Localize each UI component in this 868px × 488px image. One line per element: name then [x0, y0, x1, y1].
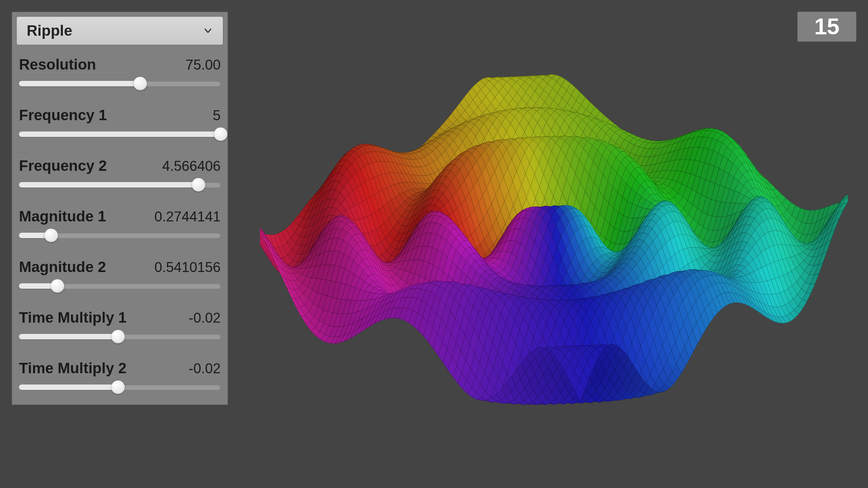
slider-value: 4.566406: [162, 158, 221, 174]
slider-frequency-1: Frequency 15: [19, 107, 221, 141]
slider-label: Magnitude 2: [19, 258, 106, 276]
slider-fill: [19, 131, 221, 137]
slider-thumb[interactable]: [51, 279, 64, 293]
dropdown-selected-label: Ripple: [27, 22, 72, 39]
slider-header: Resolution75.00: [19, 56, 221, 73]
control-panel: Ripple Resolution75.00Frequency 15Freque…: [12, 12, 228, 405]
slider-header: Time Multiply 2-0.02: [19, 360, 221, 377]
slider-header: Frequency 24.566406: [19, 157, 221, 174]
slider-label: Time Multiply 2: [19, 360, 127, 377]
slider-track[interactable]: [19, 127, 221, 141]
slider-header: Time Multiply 1-0.02: [19, 309, 221, 326]
slider-time-multiply-1: Time Multiply 1-0.02: [19, 309, 221, 343]
slider-value: -0.02: [189, 310, 221, 326]
slider-value: 0.5410156: [154, 259, 221, 276]
slider-value: 75.00: [185, 57, 221, 73]
slider-fill: [19, 334, 118, 339]
slider-thumb[interactable]: [111, 330, 125, 343]
ripple-surface: [260, 28, 848, 480]
slider-track[interactable]: [19, 77, 221, 90]
slider-magnitude-2: Magnitude 20.5410156: [19, 258, 221, 293]
slider-track[interactable]: [19, 229, 221, 242]
slider-header: Magnitude 10.2744141: [19, 208, 221, 225]
slider-track[interactable]: [19, 178, 221, 192]
slider-time-multiply-2: Time Multiply 2-0.02: [19, 360, 221, 394]
slider-value: 0.2744141: [154, 209, 221, 225]
slider-track[interactable]: [19, 330, 221, 343]
slider-track[interactable]: [19, 380, 221, 394]
slider-thumb[interactable]: [44, 229, 58, 242]
slider-fill: [19, 81, 140, 86]
slider-label: Frequency 2: [19, 157, 107, 174]
slider-magnitude-1: Magnitude 10.2744141: [19, 208, 221, 242]
slider-track[interactable]: [19, 279, 221, 293]
chevron-down-icon: [203, 26, 213, 36]
slider-frequency-2: Frequency 24.566406: [19, 157, 221, 192]
slider-label: Resolution: [19, 56, 96, 73]
slider-header: Magnitude 20.5410156: [19, 258, 221, 276]
slider-value: 5: [213, 108, 221, 124]
viewport[interactable]: [240, 0, 868, 488]
slider-label: Frequency 1: [19, 107, 107, 124]
slider-label: Magnitude 1: [19, 208, 106, 225]
slider-thumb[interactable]: [111, 380, 125, 394]
slider-thumb[interactable]: [133, 77, 147, 90]
slider-resolution: Resolution75.00: [19, 56, 221, 90]
slider-header: Frequency 15: [19, 107, 221, 124]
slider-label: Time Multiply 1: [19, 309, 127, 326]
slider-list: Resolution75.00Frequency 15Frequency 24.…: [16, 56, 223, 403]
slider-fill: [19, 385, 118, 390]
slider-value: -0.02: [189, 361, 221, 377]
slider-thumb[interactable]: [192, 178, 205, 192]
slider-thumb[interactable]: [214, 127, 227, 141]
function-dropdown[interactable]: Ripple: [16, 16, 223, 45]
slider-fill: [19, 182, 198, 188]
